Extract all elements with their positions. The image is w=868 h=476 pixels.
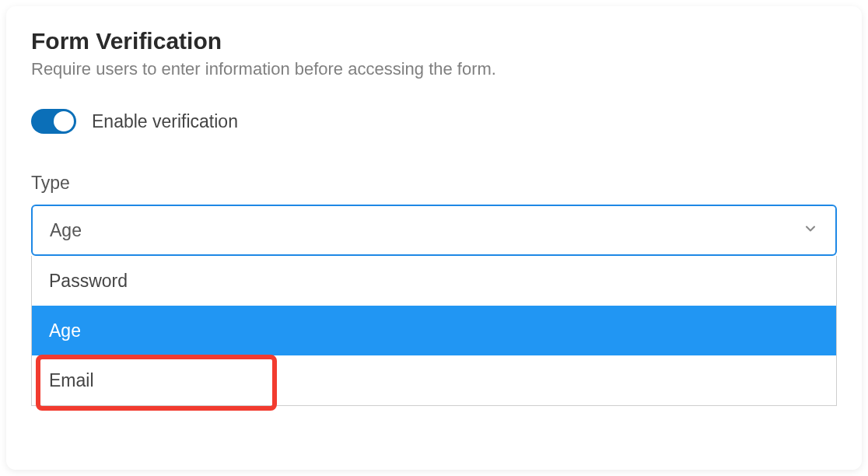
- type-select-value: Age: [50, 220, 82, 241]
- type-option-email[interactable]: Email: [32, 355, 836, 405]
- enable-verification-row: Enable verification: [31, 109, 837, 134]
- type-option-age[interactable]: Age: [32, 306, 836, 355]
- enable-verification-label: Enable verification: [92, 111, 238, 132]
- chevron-down-icon: [803, 221, 818, 240]
- type-select[interactable]: Age: [31, 205, 837, 256]
- type-label: Type: [31, 173, 837, 194]
- type-option-password[interactable]: Password: [32, 256, 836, 306]
- type-option-label: Age: [49, 320, 81, 341]
- enable-verification-toggle[interactable]: [31, 109, 76, 134]
- form-verification-panel: Form Verification Require users to enter…: [6, 6, 862, 470]
- page-title: Form Verification: [31, 28, 837, 54]
- type-option-label: Email: [49, 370, 94, 391]
- type-option-label: Password: [49, 271, 128, 292]
- page-subtitle: Require users to enter information befor…: [31, 59, 837, 79]
- toggle-knob: [54, 111, 74, 131]
- type-dropdown: Password Age Email: [31, 256, 837, 406]
